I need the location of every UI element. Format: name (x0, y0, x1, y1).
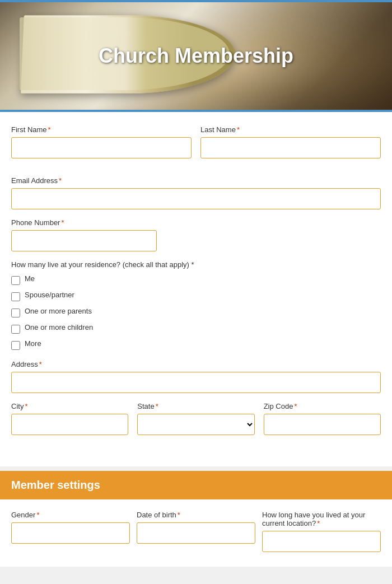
zip-group: Zip Code* (264, 402, 381, 435)
checkbox-more-label: More (25, 339, 41, 348)
location-duration-label: How long have you lived at your current … (262, 511, 381, 527)
first-name-label: First Name* (11, 125, 192, 134)
first-name-input[interactable] (11, 137, 192, 158)
member-settings-body: Gender* Date of birth* How long have you… (0, 499, 392, 567)
member-settings-row: Gender* Date of birth* How long have you… (11, 511, 381, 561)
checkbox-me-item: Me (11, 274, 381, 286)
name-row: First Name* Last Name* (11, 125, 381, 167)
checkbox-children-item: One or more children (11, 323, 381, 335)
checkbox-parents-label: One or more parents (25, 307, 92, 315)
hero-section: Church Membership (0, 0, 392, 112)
zip-input[interactable] (264, 414, 381, 435)
checkbox-children[interactable] (11, 325, 20, 334)
phone-required: * (61, 218, 64, 227)
gender-label: Gender* (11, 511, 130, 519)
form-area: First Name* Last Name* Email Address* Ph… (0, 112, 392, 466)
first-name-group: First Name* (11, 125, 192, 158)
last-name-label: Last Name* (200, 125, 381, 134)
state-label: State* (137, 402, 254, 410)
checkbox-more[interactable] (11, 341, 20, 350)
last-name-group: Last Name* (200, 125, 381, 158)
dob-input[interactable] (137, 522, 255, 544)
checkbox-more-item: More (11, 339, 381, 351)
email-input[interactable] (11, 188, 381, 209)
email-label: Email Address* (11, 176, 381, 185)
address-label: Address* (11, 360, 381, 368)
state-required: * (156, 402, 158, 410)
checkbox-parents-item: One or more parents (11, 307, 381, 319)
address-group: Address* (11, 360, 381, 393)
phone-group: Phone Number* (11, 218, 157, 251)
checkbox-spouse-item: Spouse/partner (11, 291, 381, 302)
dob-required: * (178, 511, 180, 519)
email-group: Email Address* (11, 176, 381, 209)
checkbox-me[interactable] (11, 276, 20, 285)
member-settings-title: Member settings (11, 479, 381, 492)
city-group: City* (11, 402, 128, 435)
checkbox-parents[interactable] (11, 309, 20, 317)
residence-question: How many live at your residence? (check … (11, 260, 381, 269)
address-required: * (39, 360, 42, 368)
dob-label: Date of birth* (137, 511, 255, 519)
phone-label: Phone Number* (11, 218, 157, 227)
first-name-required: * (48, 125, 51, 134)
city-input[interactable] (11, 414, 128, 435)
gender-group: Gender* (11, 511, 130, 552)
city-required: * (25, 402, 27, 410)
zip-required: * (294, 402, 297, 410)
address-input[interactable] (11, 372, 381, 393)
location-duration-input[interactable] (262, 531, 381, 552)
member-settings-header: Member settings (0, 471, 392, 499)
last-name-required: * (237, 125, 240, 134)
location-duration-required: * (317, 519, 320, 527)
checkbox-children-label: One or more children (25, 323, 93, 331)
gender-required: * (36, 511, 39, 519)
residence-section: How many live at your residence? (check … (11, 260, 381, 351)
checkbox-me-label: Me (25, 274, 35, 283)
gender-input[interactable] (11, 522, 130, 544)
location-duration-group: How long have you lived at your current … (262, 511, 381, 552)
state-group: State* AL AK AZ AR CA CO CT DE FL GA HI … (137, 402, 254, 435)
state-select[interactable]: AL AK AZ AR CA CO CT DE FL GA HI ID IL I… (137, 414, 254, 435)
city-label: City* (11, 402, 128, 410)
dob-group: Date of birth* (137, 511, 255, 552)
checkbox-spouse-label: Spouse/partner (25, 291, 74, 299)
email-required: * (59, 176, 62, 185)
city-state-zip-row: City* State* AL AK AZ AR CA CO CT DE FL … (11, 402, 381, 444)
checkbox-spouse[interactable] (11, 292, 20, 301)
zip-label: Zip Code* (264, 402, 381, 410)
last-name-input[interactable] (200, 137, 381, 158)
residence-required: * (189, 260, 194, 269)
page-title: Church Membership (99, 44, 293, 68)
phone-input[interactable] (11, 230, 157, 251)
